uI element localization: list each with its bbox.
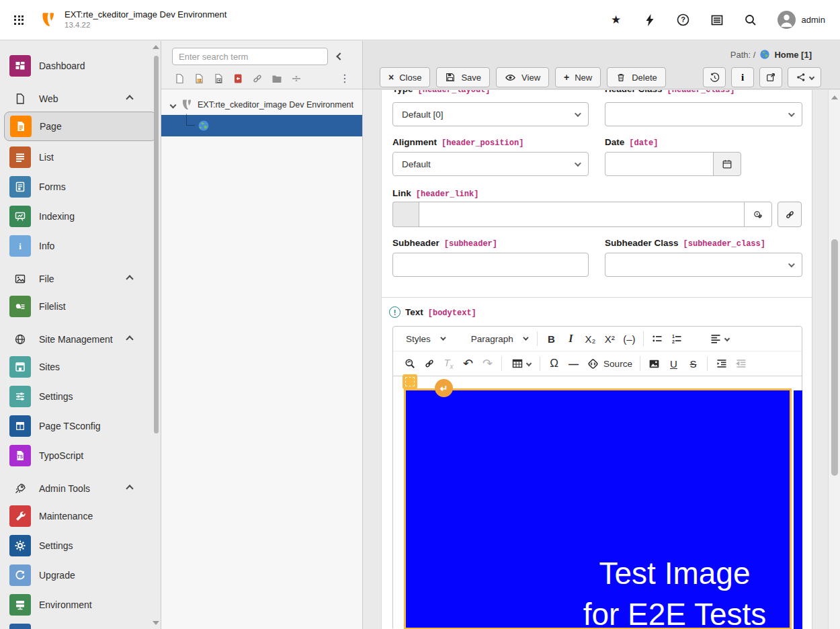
link-browser-button[interactable] [778, 202, 802, 227]
outdent-button[interactable] [731, 354, 751, 373]
sidebar-item-page-tsconfig[interactable]: Page TSconfig [0, 411, 161, 441]
typo3-logo[interactable] [39, 11, 56, 29]
sidebar-item-forms[interactable]: Forms [0, 172, 161, 202]
sidebar-section-admin-tools[interactable]: Admin Tools [0, 478, 161, 499]
share-button[interactable] [788, 67, 821, 87]
find-replace-button[interactable] [400, 354, 419, 373]
special-characters-button[interactable]: Ω [544, 354, 564, 373]
rte-editor: Styles Paragraph B I X₂ X² (–) 12 [392, 326, 802, 629]
delete-button[interactable]: Delete [607, 67, 666, 87]
close-button[interactable]: ×Close [380, 67, 430, 87]
new-page-icon[interactable] [172, 71, 186, 85]
styles-dropdown[interactable]: Styles [400, 329, 450, 348]
scroll-up-icon[interactable] [831, 95, 838, 99]
italic-button[interactable]: I [561, 329, 581, 348]
field-label-header-class: Header Class[header_class] [605, 90, 734, 95]
header-class-select[interactable] [605, 102, 802, 126]
text-alignment-button[interactable] [706, 329, 733, 348]
blockquote-button[interactable] [687, 329, 706, 348]
bold-button[interactable]: B [542, 329, 561, 348]
view-button[interactable]: View [496, 67, 549, 87]
opendocs-icon[interactable] [710, 13, 724, 27]
system-info-bolt-icon[interactable] [643, 13, 657, 27]
sidebar-item-csp[interactable]: Content Security Policy [0, 620, 161, 629]
sidebar-item-dashboard[interactable]: Dashboard [0, 51, 161, 81]
subheader-input[interactable] [392, 253, 589, 277]
source-button[interactable]: Source [583, 354, 636, 373]
field-label-subheader: Subheader[subheader] [392, 238, 497, 249]
strikethrough-button[interactable]: S [683, 354, 703, 373]
insert-table-button[interactable] [506, 354, 536, 373]
folder-icon[interactable] [269, 71, 284, 85]
rte-content-area[interactable]: ↵ Test Image for E2E Tests [393, 376, 802, 629]
alignment-select[interactable]: Default [392, 152, 589, 176]
indent-button[interactable] [712, 354, 731, 373]
sidebar-item-info[interactable]: i Info [0, 231, 161, 261]
new-shortcut-page-icon[interactable] [211, 71, 225, 85]
new-link-page-icon[interactable] [230, 71, 245, 85]
module-menu-button[interactable] [5, 7, 32, 34]
sidebar-item-page[interactable]: Page [4, 112, 157, 141]
superscript-button[interactable]: X² [600, 329, 620, 348]
collapse-tree-icon[interactable] [336, 52, 343, 60]
link-input[interactable] [419, 202, 745, 227]
save-button[interactable]: Save [436, 67, 490, 87]
dashboard-icon [9, 55, 31, 77]
sidebar-item-admin-settings[interactable]: Settings [0, 531, 161, 560]
date-picker-button[interactable] [713, 152, 741, 176]
sidebar-item-upgrade[interactable]: Upgrade [0, 560, 161, 590]
separator-icon[interactable] [289, 71, 303, 85]
sidebar-scrollbar[interactable] [153, 44, 159, 626]
scrollbar-thumb[interactable] [831, 239, 838, 476]
underline-button[interactable]: U [664, 354, 683, 373]
soft-hyphen-button[interactable]: (–) [620, 329, 639, 348]
sidebar-item-typoscript[interactable]: TS TypoScript [0, 441, 161, 470]
link-explanation-toggle[interactable] [744, 202, 772, 227]
sidebar-item-indexing[interactable]: Indexing [0, 202, 161, 231]
bookmark-star-icon[interactable]: ★ [610, 13, 623, 27]
scroll-down-icon[interactable] [153, 621, 159, 625]
user-menu[interactable]: admin [778, 11, 825, 29]
help-icon[interactable]: ? [677, 13, 690, 27]
search-icon[interactable] [744, 13, 757, 27]
sidebar-item-sites[interactable]: Sites [0, 352, 161, 382]
horizontal-line-button[interactable]: — [564, 354, 583, 373]
sidebar-section-web[interactable]: Web [0, 89, 161, 109]
scrollbar-thumb[interactable] [154, 56, 159, 433]
sidebar-item-maintenance[interactable]: Maintenance [0, 501, 161, 531]
tree-node-home[interactable]: Home [161, 115, 362, 136]
date-input[interactable] [605, 152, 714, 176]
widget-drag-handle-icon[interactable] [403, 374, 417, 389]
insert-image-button[interactable] [644, 354, 664, 373]
tree-search-input[interactable] [172, 48, 328, 65]
info-button[interactable]: i [731, 67, 754, 87]
scroll-up-icon[interactable] [153, 45, 159, 49]
sidebar-item-list[interactable]: List [0, 142, 161, 172]
link-button[interactable] [419, 354, 439, 373]
subheader-class-select[interactable] [605, 253, 802, 277]
link-icon[interactable] [250, 71, 264, 85]
redo-button[interactable]: ↷ [478, 354, 497, 373]
open-in-new-window-button[interactable] [759, 67, 782, 87]
main-scrollbar[interactable] [828, 90, 840, 629]
undo-button[interactable]: ↶ [458, 354, 478, 373]
new-button[interactable]: +New [555, 67, 601, 87]
type-select[interactable]: Default [0] [392, 102, 589, 126]
selected-image-widget[interactable]: Test Image for E2E Tests [404, 388, 792, 629]
paragraph-dropdown[interactable]: Paragraph [465, 329, 533, 348]
sidebar-item-site-settings[interactable]: Settings [0, 382, 161, 411]
sidebar-section-file[interactable]: File [0, 269, 161, 289]
tree-kebab-menu-icon[interactable]: ⋮ [339, 72, 350, 85]
subscript-button[interactable]: X₂ [581, 329, 600, 348]
sidebar-item-environment[interactable]: Environment [0, 590, 161, 620]
numbered-list-button[interactable]: 12 [667, 329, 687, 348]
chevron-down-icon[interactable] [170, 101, 177, 108]
remove-format-button[interactable]: Tx [439, 354, 458, 373]
sidebar-section-site-management[interactable]: Site Management [0, 329, 161, 349]
tree-node-root[interactable]: EXT:rte_ckeditor_image Dev Environment [161, 95, 362, 115]
sidebar-item-filelist[interactable]: Filelist [0, 292, 161, 321]
history-button[interactable] [703, 67, 726, 87]
new-backend-section-icon[interactable] [192, 71, 206, 85]
bulleted-list-button[interactable] [648, 329, 667, 348]
insert-paragraph-button[interactable]: ↵ [435, 379, 453, 397]
